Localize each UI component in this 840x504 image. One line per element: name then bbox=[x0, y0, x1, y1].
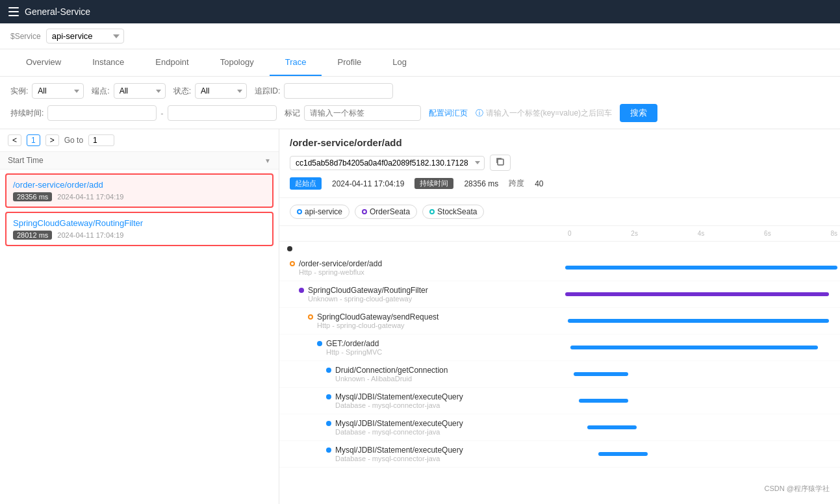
tab-instance[interactable]: Instance bbox=[77, 49, 140, 76]
page-prev-btn[interactable]: < bbox=[8, 134, 21, 146]
service-tag-stock[interactable]: StockSeata bbox=[422, 205, 484, 219]
endpoint-select[interactable]: All bbox=[114, 83, 166, 99]
svg-rect-2 bbox=[8, 15, 19, 16]
duration-max-input[interactable] bbox=[168, 105, 277, 121]
trace-list: /order-service/order/add 28356 ms 2024-0… bbox=[0, 170, 279, 504]
trace-item[interactable]: SpringCloudGateway/RoutingFilter 28012 m… bbox=[5, 212, 274, 246]
service-tags: api-service OrderSeata StockSeata bbox=[279, 198, 840, 226]
order-dot bbox=[362, 209, 367, 214]
span-bar-1 bbox=[565, 266, 837, 270]
config-link[interactable]: 配置词汇页 bbox=[429, 108, 468, 119]
tab-overview[interactable]: Overview bbox=[10, 49, 77, 76]
span-sub-7: Database - mysql-connector-java bbox=[335, 428, 565, 436]
timeline-area[interactable]: 0 2s 4s 6s 8s /or bbox=[279, 226, 840, 504]
service-label: $Service bbox=[10, 32, 41, 41]
goto-input[interactable] bbox=[88, 134, 114, 146]
start-label: 起始点 bbox=[290, 177, 322, 190]
duration-label: 持续时间: bbox=[10, 108, 44, 119]
sort-icon[interactable]: ▼ bbox=[264, 157, 271, 164]
span-name-4: GET:/order/add bbox=[326, 339, 379, 348]
instance-select[interactable]: All bbox=[32, 83, 84, 99]
instance-label: 实例: bbox=[10, 86, 28, 97]
trace-id-input[interactable] bbox=[284, 83, 393, 99]
start-time-label: Start Time bbox=[8, 156, 262, 165]
root-dot bbox=[287, 246, 292, 251]
duration-min-input[interactable] bbox=[47, 105, 157, 121]
trace-duration-1: 28356 ms bbox=[13, 192, 52, 201]
goto-label: Go to bbox=[64, 136, 83, 145]
span-dot-6 bbox=[326, 394, 331, 399]
span-sub-2: Unknown - spring-cloud-gateway bbox=[308, 295, 565, 303]
span-dot-8 bbox=[326, 447, 331, 453]
tab-trace[interactable]: Trace bbox=[270, 49, 322, 76]
span-bar-5 bbox=[574, 372, 629, 376]
span-bar-6 bbox=[579, 399, 628, 403]
trace-time-1: 2024-04-11 17:04:19 bbox=[57, 193, 123, 201]
svg-rect-1 bbox=[8, 11, 19, 12]
service-select[interactable]: api-service order-service stock-service bbox=[46, 29, 124, 44]
stock-dot bbox=[429, 209, 435, 214]
api-tag-label: api-service bbox=[305, 207, 342, 216]
tag-input[interactable] bbox=[304, 105, 421, 121]
tab-log[interactable]: Log bbox=[377, 49, 422, 76]
trace-stats: 起始点 2024-04-11 17:04:19 持续时间 28356 ms 跨度… bbox=[290, 177, 830, 190]
tag-label: 标记 bbox=[285, 108, 300, 119]
ruler-4s: 4s bbox=[698, 230, 705, 237]
span-row-3[interactable]: SpringCloudGateway/sendRequest Http - sp… bbox=[279, 308, 840, 334]
page-next-btn[interactable]: > bbox=[45, 134, 59, 146]
endpoint-label: 端点: bbox=[92, 86, 109, 97]
status-label: 状态: bbox=[173, 86, 191, 97]
tab-endpoint[interactable]: Endpoint bbox=[140, 49, 204, 76]
trace-name-2: SpringCloudGateway/RoutingFilter bbox=[13, 218, 266, 228]
copy-trace-id-btn[interactable] bbox=[490, 155, 511, 171]
span-bar-7 bbox=[587, 425, 637, 429]
ruler-6s: 6s bbox=[764, 230, 771, 237]
duration-value: 28356 ms bbox=[464, 179, 498, 188]
right-panel: /order-service/order/add cc1d5ab58d7b420… bbox=[279, 129, 840, 504]
span-dot-3 bbox=[308, 314, 313, 320]
trace-id-select[interactable]: cc1d5ab58d7b4205a0a4f0a2089f5182.130.171… bbox=[290, 156, 485, 170]
span-name-5: Druid/Connection/getConnection bbox=[335, 366, 448, 375]
span-label: 跨度 bbox=[509, 178, 524, 189]
svg-rect-0 bbox=[8, 7, 19, 8]
tab-profile[interactable]: Profile bbox=[322, 49, 377, 76]
span-sub-6: Database - mysql-connector-java bbox=[335, 401, 565, 409]
start-time-header: Start Time ▼ bbox=[0, 152, 279, 170]
span-row-5[interactable]: Druid/Connection/getConnection Unknown -… bbox=[279, 361, 840, 388]
span-sub-8: Database - mysql-connector-java bbox=[335, 455, 565, 462]
ruler-8s: 8s bbox=[830, 230, 837, 237]
info-icon: ⓘ bbox=[476, 108, 483, 119]
start-value: 2024-04-11 17:04:19 bbox=[332, 179, 404, 188]
tab-topology[interactable]: Topology bbox=[205, 49, 270, 76]
span-sub-1: Http - spring-webflux bbox=[299, 268, 565, 276]
span-row-1[interactable]: /order-service/order/add Http - spring-w… bbox=[279, 255, 840, 281]
span-dot-1 bbox=[290, 261, 295, 266]
span-dot-4 bbox=[317, 341, 322, 346]
span-dot-7 bbox=[326, 421, 331, 426]
span-row-4[interactable]: GET:/order/add Http - SpringMVC bbox=[279, 334, 840, 361]
span-row-7[interactable]: Mysql/JDBI/Statement/executeQuery Databa… bbox=[279, 414, 840, 441]
menu-icon[interactable] bbox=[8, 6, 19, 18]
span-bar-2 bbox=[565, 292, 829, 296]
svg-rect-3 bbox=[498, 159, 503, 165]
service-tag-order[interactable]: OrderSeata bbox=[355, 205, 417, 219]
trace-detail-title: /order-service/order/add bbox=[290, 137, 830, 148]
search-button[interactable]: 搜索 bbox=[620, 104, 657, 122]
page-current[interactable]: 1 bbox=[27, 134, 40, 146]
span-name-6: Mysql/JDBI/Statement/executeQuery bbox=[335, 392, 463, 401]
span-row-2[interactable]: SpringCloudGateway/RoutingFilter Unknown… bbox=[279, 281, 840, 308]
span-sub-3: Http - spring-cloud-gateway bbox=[317, 321, 565, 329]
span-row-6[interactable]: Mysql/JDBI/Statement/executeQuery Databa… bbox=[279, 388, 840, 414]
span-row-8[interactable]: Mysql/JDBI/Statement/executeQuery Databa… bbox=[279, 441, 840, 468]
status-select[interactable]: All bbox=[195, 83, 247, 99]
service-tag-api[interactable]: api-service bbox=[290, 205, 350, 219]
pagination-bar: < 1 > Go to bbox=[0, 129, 279, 152]
trace-item[interactable]: /order-service/order/add 28356 ms 2024-0… bbox=[5, 173, 274, 208]
span-sub-5: Unknown - AlibabaDruid bbox=[335, 375, 565, 383]
span-name-7: Mysql/JDBI/Statement/executeQuery bbox=[335, 419, 463, 428]
filter-bar: 实例: All 端点: All 状态: All 追踪ID: 持续时间: - bbox=[0, 77, 840, 129]
duration-label-badge: 持续时间 bbox=[414, 178, 453, 189]
nav-tabs: Overview Instance Endpoint Topology Trac… bbox=[0, 49, 840, 77]
stock-tag-label: StockSeata bbox=[437, 207, 477, 216]
config-hint: 请输入一个标签(key=value)之后回车 bbox=[486, 108, 612, 119]
